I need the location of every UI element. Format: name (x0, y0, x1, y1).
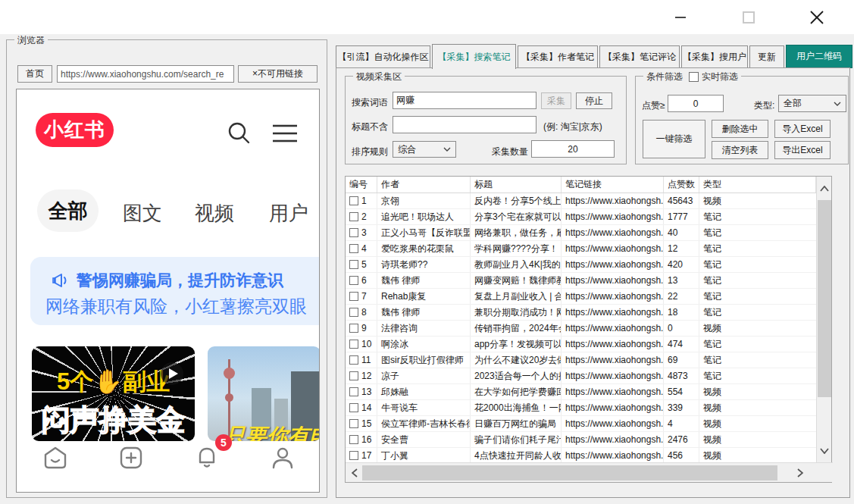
cell-title: 复盘上月副业收入 | 合... (471, 289, 562, 304)
row-checkbox[interactable] (349, 419, 358, 428)
video-thumbnail-1[interactable]: 5个✋副业 闷声挣美金 (32, 346, 195, 441)
close-button[interactable] (794, 0, 840, 34)
xhs-tab-image-text[interactable]: 图文 (123, 200, 162, 227)
table-row[interactable]: 16安全曹骗子们请你们耗子尾汁https://www.xiaohongsh...… (346, 432, 816, 448)
home-button[interactable]: 首页 (17, 65, 52, 83)
row-checkbox[interactable] (349, 451, 358, 460)
column-header-4[interactable]: 点赞数 (664, 177, 699, 193)
menu-icon[interactable] (271, 123, 299, 144)
tab-update[interactable]: 更新 (749, 45, 784, 68)
row-checkbox[interactable] (349, 324, 358, 333)
tab-collect-search-users[interactable]: 【采集】搜用户 (681, 45, 748, 68)
row-checkbox[interactable] (349, 292, 358, 301)
row-checkbox[interactable] (349, 403, 358, 412)
column-header-1[interactable]: 作者 (377, 177, 471, 193)
cell-title: 4点快速拉开同龄人收入... (471, 448, 562, 463)
scroll-up-button[interactable] (817, 181, 832, 196)
xhs-tab-user[interactable]: 用户 (269, 200, 308, 227)
export-excel-button[interactable]: 导出Excel (774, 141, 831, 159)
cell-likes: 22 (664, 289, 699, 304)
url-input[interactable] (57, 65, 234, 83)
table-row[interactable]: 13邱姝融在大学如何把学费赚回...https://www.xiaohongsh… (346, 384, 816, 400)
row-checkbox[interactable] (349, 308, 358, 317)
column-header-0[interactable]: 编号 (346, 177, 377, 193)
profile-icon[interactable] (271, 446, 295, 470)
column-header-5[interactable]: 类型 (699, 177, 816, 193)
row-checkbox[interactable] (349, 387, 358, 396)
cell-author: 凉子 (377, 368, 471, 383)
invalid-link-button[interactable]: ×不可用链接 (238, 65, 318, 83)
table-row[interactable]: 4爱吃浆果的花栗鼠学科网赚????分享！！https://www.xiaohon… (346, 241, 816, 257)
row-checkbox[interactable] (349, 276, 358, 285)
horizontal-scrollbar[interactable] (346, 462, 833, 482)
stop-button[interactable]: 停止 (576, 92, 612, 109)
maximize-button[interactable] (726, 0, 771, 34)
import-excel-button[interactable]: 导入Excel (774, 120, 831, 138)
chevron-left-icon (352, 468, 358, 477)
tab-collect-author-notes[interactable]: 【采集】作者笔记 (518, 45, 598, 68)
row-checkbox[interactable] (349, 228, 358, 237)
row-checkbox[interactable] (349, 260, 358, 269)
vertical-scroll-thumb[interactable] (818, 200, 831, 397)
scroll-down-button[interactable] (817, 443, 832, 459)
cell-title: 教师副业月入4K|我的人... (471, 257, 562, 272)
table-row[interactable]: 2追光吧！职场达人分享3个宅在家就可以赚...https://www.xiaoh… (346, 209, 816, 225)
table-row[interactable]: 15侯立军律师-吉林长春律师日赚百万网红的骗局https://www.xiaoh… (346, 416, 816, 432)
row-checkbox[interactable] (349, 371, 358, 380)
scroll-right-button[interactable] (793, 465, 808, 481)
cell-type: 笔记 (699, 368, 816, 383)
table-row[interactable]: 12凉子2023适合每一个人的搞...https://www.xiaohongs… (346, 368, 816, 384)
table-row[interactable]: 11图sir反职业打假律师为什么不建议20岁去做...https://www.x… (346, 352, 816, 368)
video-thumbnail-2[interactable]: 只要你有电 (208, 346, 320, 441)
tab-traffic-automation[interactable]: 【引流】自动化操作区 (336, 45, 430, 68)
table-row[interactable]: 1京翎反内卷！分享5个线上副...https://www.xiaohongsh.… (346, 193, 816, 209)
table-row[interactable]: 17丁小翼4点快速拉开同龄人收入...https://www.xiaohongs… (346, 448, 816, 463)
collect-count-input[interactable] (531, 140, 615, 158)
likes-threshold-input[interactable] (668, 95, 724, 112)
collect-button[interactable]: 采集 (541, 92, 571, 109)
tower-sphere (225, 393, 233, 402)
user-qr-code-button[interactable]: 用户二维码 (786, 45, 852, 68)
realtime-filter-option: 实时筛选 (686, 70, 741, 83)
minimize-button[interactable] (658, 0, 703, 34)
table-row[interactable]: 3正义小马哥【反诈联盟】网络兼职，做任务，刷...https://www.xia… (346, 225, 816, 241)
search-words-input[interactable] (393, 92, 536, 109)
vertical-scrollbar[interactable] (816, 177, 831, 463)
row-checkbox[interactable] (349, 196, 358, 205)
tab-collect-note-comments[interactable]: 【采集】笔记评论 (599, 45, 680, 68)
one-key-filter-button[interactable]: 一键筛选 (643, 120, 705, 158)
column-header-3[interactable]: 笔记链接 (562, 177, 664, 193)
realtime-filter-checkbox[interactable] (689, 72, 699, 82)
table-row[interactable]: 6魏伟 律师网赚变网赔！魏律师教...https://www.xiaohongs… (346, 273, 816, 289)
row-checkbox[interactable] (349, 340, 358, 349)
create-post-icon[interactable] (119, 446, 143, 470)
exclude-title-input[interactable] (393, 116, 536, 133)
horizontal-scroll-thumb[interactable] (362, 465, 777, 481)
row-checkbox[interactable] (349, 355, 358, 365)
sort-rule-select[interactable]: 综合 (393, 141, 456, 158)
table-row[interactable]: 7Rehab康复复盘上月副业收入 | 合...https://www.xiaoh… (346, 289, 816, 305)
delete-selected-button[interactable]: 删除选中 (712, 120, 768, 138)
scroll-left-button[interactable] (347, 465, 362, 481)
cell-link: https://www.xiaohongsh... (562, 257, 664, 272)
table-row[interactable]: 10啊涂冰app分享！发视频可以...https://www.xiaohongs… (346, 337, 816, 352)
type-filter-select[interactable]: 全部 (778, 95, 846, 112)
table-row[interactable]: 9法律咨询传销罪拘留，2024年会...https://www.xiaohong… (346, 321, 816, 337)
table-row[interactable]: 8魏伟 律师兼职分期取消成功！网...https://www.xiaohongs… (346, 305, 816, 321)
home-icon[interactable] (43, 446, 67, 470)
cell-type: 笔记 (699, 241, 816, 256)
notifications-bell-icon[interactable] (195, 446, 219, 470)
row-checkbox[interactable] (349, 244, 358, 253)
tab-collect-search-notes[interactable]: 【采集】搜索笔记 (432, 44, 516, 69)
table-row[interactable]: 5诗琪老师??教师副业月入4K|我的人...https://www.xiaoho… (346, 257, 816, 273)
row-checkbox[interactable] (349, 212, 358, 221)
clear-list-button[interactable]: 清空列表 (712, 141, 768, 159)
column-header-2[interactable]: 标题 (471, 177, 562, 193)
cell-title: 分享3个宅在家就可以赚... (471, 209, 562, 224)
xhs-tab-video[interactable]: 视频 (195, 200, 234, 227)
search-icon[interactable] (226, 120, 252, 146)
xhs-tab-all[interactable]: 全部 (37, 189, 99, 232)
row-checkbox[interactable] (349, 435, 358, 444)
table-header-row: 编号作者标题笔记链接点赞数类型 (346, 177, 816, 193)
table-row[interactable]: 14牛哥说车花2000出海捕鱼！一网...https://www.xiaohon… (346, 400, 816, 416)
